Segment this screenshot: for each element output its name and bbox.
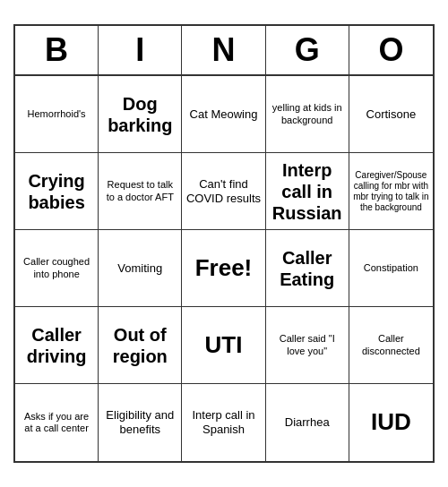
bingo-letter-g: G xyxy=(266,26,349,74)
bingo-header: BINGO xyxy=(15,26,433,76)
bingo-cell-16: Out of region xyxy=(99,307,182,384)
bingo-letter-o: O xyxy=(349,26,433,74)
bingo-cell-20: Asks if you are at a call center xyxy=(15,384,99,461)
bingo-cell-17: UTI xyxy=(182,307,265,384)
bingo-cell-9: Caregiver/Spouse calling for mbr with mb… xyxy=(349,153,433,230)
bingo-cell-5: Crying babies xyxy=(15,153,99,230)
bingo-letter-i: I xyxy=(99,26,182,74)
bingo-cell-7: Can't find COVID results xyxy=(182,153,265,230)
bingo-cell-6: Request to talk to a doctor AFT xyxy=(99,153,182,230)
bingo-cell-8: Interp call in Russian xyxy=(266,153,349,230)
bingo-cell-10: Caller coughed into phone xyxy=(15,230,99,307)
bingo-cell-23: Diarrhea xyxy=(266,384,349,461)
bingo-cell-21: Eligibility and benefits xyxy=(99,384,182,461)
bingo-cell-4: Cortisone xyxy=(349,76,433,153)
bingo-cell-0: Hemorrhoid's xyxy=(15,76,99,153)
bingo-cell-12: Free! xyxy=(182,230,265,307)
bingo-grid: Hemorrhoid'sDog barkingCat Meowingyellin… xyxy=(15,76,433,461)
bingo-cell-24: IUD xyxy=(349,384,433,461)
bingo-cell-18: Caller said "I love you" xyxy=(266,307,349,384)
bingo-cell-3: yelling at kids in background xyxy=(266,76,349,153)
bingo-letter-b: B xyxy=(15,26,99,74)
bingo-letter-n: N xyxy=(182,26,265,74)
bingo-cell-13: Caller Eating xyxy=(266,230,349,307)
bingo-cell-14: Constipation xyxy=(349,230,433,307)
bingo-card: BINGO Hemorrhoid'sDog barkingCat Meowing… xyxy=(13,24,435,463)
bingo-cell-15: Caller driving xyxy=(15,307,99,384)
bingo-cell-22: Interp call in Spanish xyxy=(182,384,265,461)
bingo-cell-1: Dog barking xyxy=(99,76,182,153)
bingo-cell-2: Cat Meowing xyxy=(182,76,265,153)
bingo-cell-11: Vomiting xyxy=(99,230,182,307)
bingo-cell-19: Caller disconnected xyxy=(349,307,433,384)
